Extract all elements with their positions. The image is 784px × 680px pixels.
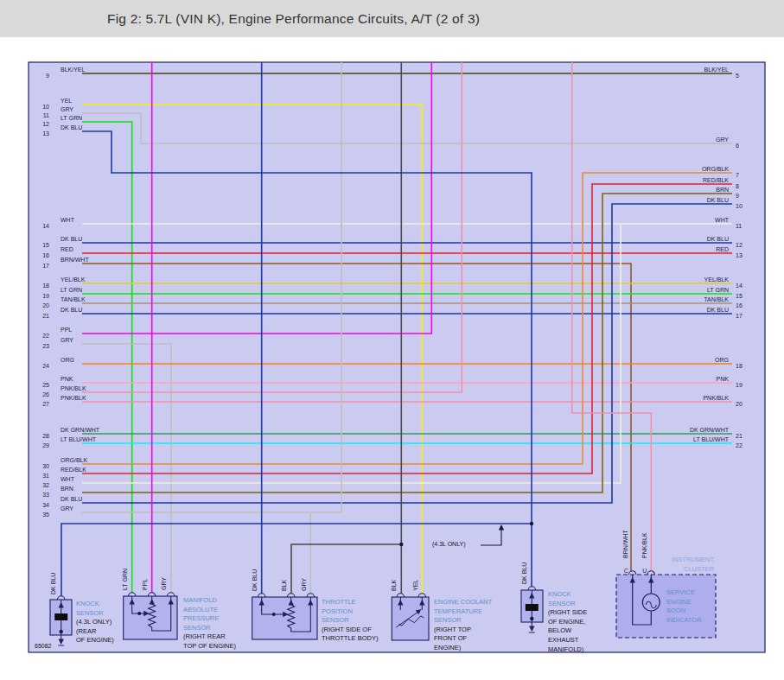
wire-color-label: LT GRN (61, 115, 82, 121)
wire-color-label: ORG (715, 357, 729, 363)
pin-number: 24 (42, 363, 49, 369)
pin-number: 18 (42, 283, 49, 289)
pin-number: 13 (42, 130, 49, 137)
pin-number: 6 (736, 143, 739, 149)
wire-color-label: WHT (715, 217, 730, 223)
pin-number: 10 (42, 104, 49, 110)
knock-sensor-right-label: KNOCK (548, 590, 571, 598)
knock-sensor-right-label: (RIGHT SIDE (548, 608, 587, 616)
throttle-position-sensor-label: THROTTLE (322, 598, 356, 606)
pin-number: 30 (42, 463, 49, 469)
pin-number: 26 (42, 391, 49, 397)
wire-color-label: ORG (61, 357, 74, 363)
pin-number: 33 (42, 492, 49, 498)
wire-color-label: BRN (716, 187, 729, 193)
pin-number: 31 (42, 473, 49, 479)
vertical-wire-label: BLK (281, 579, 287, 591)
knock-sensor-left-label: SENSOR (76, 609, 104, 617)
map-sensor-label: TOP OF ENGINE) (183, 642, 236, 650)
wire-color-label: YEL/BLK (704, 276, 730, 283)
pin-number: 19 (42, 293, 49, 299)
vertical-wire-label: PNK/BLK (641, 532, 647, 558)
terminal-letter: C (624, 568, 628, 574)
junction-dot (530, 522, 533, 525)
pin-number: 14 (736, 283, 743, 289)
service-engine-soon-label: ENGINE (666, 598, 692, 606)
vertical-wire-label: PPL (142, 579, 148, 590)
wire-color-label: GRY (61, 106, 73, 112)
wire-color-label: DK BLU (707, 307, 729, 313)
pin-number: 21 (42, 313, 49, 319)
pin-number: 27 (42, 401, 49, 407)
throttle-position-sensor-label: THROTTLE BODY) (322, 634, 379, 642)
pin-number: 32 (42, 482, 49, 488)
knock-sensor-right-label: BELOW (548, 626, 572, 634)
wire-color-label: WHT (61, 217, 75, 223)
map-sensor-label: (RIGHT REAR (183, 632, 226, 640)
wire-color-label: BLK/YEL (704, 67, 730, 73)
wire-color-label: RED/BLK (703, 177, 729, 183)
diagram-canvas (29, 62, 765, 652)
pin-number: 9 (736, 193, 739, 199)
wire-color-label: PNK/BLK (61, 395, 86, 401)
pin-number: 13 (736, 252, 743, 258)
wire-color-label: DK GRN/WHT (61, 427, 100, 433)
only-4-3l-note: (4.3L ONLY) (432, 541, 466, 548)
wire-color-label: ORG/BLK (61, 457, 87, 463)
vertical-wire-label: BRN/WHT (622, 530, 628, 558)
instrument-cluster-title: CLUSTER (684, 565, 715, 573)
wire-color-label: DK BLU (61, 307, 82, 313)
vertical-wire-label: DK BLU (521, 562, 527, 584)
wire-color-label: PNK (717, 376, 730, 382)
page: Fig 2: 5.7L (VIN K), Engine Performance … (0, 0, 784, 680)
wire-color-label: RED (716, 246, 729, 252)
wire-color-label: PNK/BLK (703, 395, 729, 401)
pin-number: 35 (42, 512, 49, 518)
junction-dot (60, 630, 63, 633)
engine-coolant-temperature-sensor-label: FRONT OF (434, 634, 468, 642)
pin-number: 22 (736, 442, 743, 448)
wire-color-label: GRY (61, 337, 73, 343)
knock-sensor-right-label: SENSOR (548, 600, 576, 607)
pin-number: 11 (43, 112, 49, 118)
pin-number: 34 (42, 502, 49, 508)
piezo-element (54, 613, 67, 620)
pin-number: 20 (42, 302, 49, 308)
engine-coolant-temperature-sensor-label: ENGINE) (434, 644, 462, 651)
throttle-position-sensor-label: POSITION (322, 607, 353, 615)
pin-number: 17 (42, 263, 49, 269)
knock-sensor-left-label: (4.3L ONLY) (76, 618, 112, 626)
wiring-diagram-svg: 9BLK/YEL10YEL11GRY12LT GRN13DK BLU14WHT1… (0, 0, 784, 680)
wire-color-label: DK BLU (707, 236, 729, 242)
pin-number: 21 (736, 433, 743, 439)
knock-sensor-left-label: (REAR (76, 627, 97, 635)
engine-coolant-temperature-sensor-label: SENSOR (434, 616, 462, 624)
pin-number: 12 (736, 242, 743, 248)
pin-number: 11 (736, 223, 742, 229)
engine-coolant-temperature-sensor-label: ENGINE COOLANT (434, 598, 493, 606)
service-engine-soon-label: INDICATOR (666, 616, 702, 624)
wire-color-label: PPL (61, 327, 72, 333)
wire-color-label: RED (61, 246, 73, 252)
pin-number: 16 (736, 302, 743, 308)
junction-dot (137, 612, 141, 615)
map-sensor-label: PRESSURE (183, 614, 219, 622)
wire-color-label: BRN/WHT (61, 257, 89, 263)
wire-color-label: LT BLU/WHT (693, 436, 730, 442)
knock-sensor-right-label: EXHAUST (548, 636, 579, 644)
junction-dot (399, 543, 403, 546)
pin-number: 10 (736, 203, 743, 209)
pin-number: 23 (42, 343, 49, 349)
pin-number: 9 (46, 73, 49, 79)
pin-number: 28 (42, 433, 49, 439)
service-engine-soon-label: SERVICE (666, 588, 695, 596)
vertical-wire-label: GRY (301, 578, 307, 591)
wire-color-label: GRY (716, 137, 729, 143)
wire-color-label: PNK (61, 376, 73, 382)
engine-coolant-temperature-sensor-label: TEMPERATURE (434, 607, 482, 615)
pin-number: 15 (736, 293, 743, 299)
wire-color-label: TAN/BLK (704, 296, 729, 302)
throttle-position-sensor-label: SENSOR (322, 616, 349, 624)
service-engine-soon-label: SOON (666, 607, 685, 614)
pin-number: 16 (42, 252, 49, 258)
